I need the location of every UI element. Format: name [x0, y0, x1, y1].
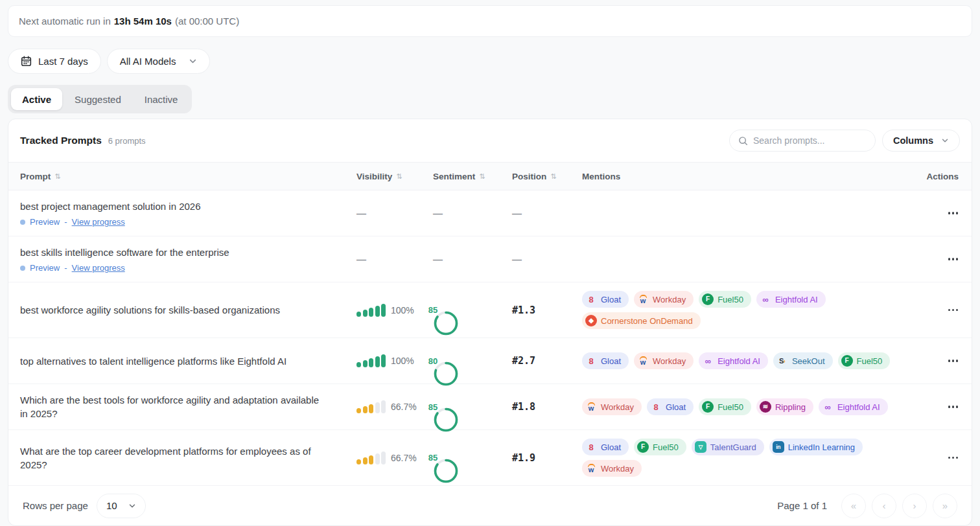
page-status: Page 1 of 1	[777, 500, 827, 511]
prompt-text: What are the top career development plat…	[20, 444, 345, 472]
previous-page-button[interactable]: ‹	[872, 494, 896, 518]
empty-value: —	[356, 253, 366, 264]
tab-inactive[interactable]: Inactive	[134, 88, 189, 110]
table-row[interactable]: best project management solution in 2026…	[8, 190, 972, 236]
mentions-cell: 8GloatwWorkday∞Eightfold AIS›SeekOutFFue…	[570, 352, 918, 369]
preview-dot-icon	[20, 220, 25, 225]
table-row[interactable]: Which are the best tools for workforce a…	[8, 384, 972, 430]
prompt-cell: best project management solution in 2026…	[8, 200, 345, 227]
page-title: Tracked Prompts	[20, 135, 102, 146]
mentions-cell: 8GloatwWorkdayFFuel50∞Eightfold AI◆Corne…	[570, 291, 918, 329]
column-header-visibility[interactable]: Visibility ⇅	[345, 172, 421, 181]
position-cell: —	[500, 207, 570, 219]
prompt-count-badge: 6 prompts	[108, 136, 146, 146]
ai-models-dropdown[interactable]: All AI Models	[107, 49, 211, 74]
prompt-text: top alternatives to talent intelligence …	[20, 354, 345, 368]
sort-icon: ⇅	[54, 172, 60, 181]
columns-dropdown[interactable]: Columns	[882, 130, 960, 152]
date-range-label: Last 7 days	[38, 56, 88, 67]
mention-chip-label: Workday	[601, 464, 634, 474]
row-actions-button[interactable]	[918, 406, 972, 407]
table-row[interactable]: best workforce agility solutions for ski…	[8, 282, 972, 338]
sort-icon: ⇅	[479, 172, 485, 181]
preview-separator: -	[64, 217, 67, 227]
mentions-cell: wWorkday8GloatFFuel50≋Rippling∞Eightfold…	[570, 398, 918, 415]
mention-chip[interactable]: 8Gloat	[647, 398, 694, 415]
mention-chip[interactable]: ≋Rippling	[756, 398, 813, 415]
table-row[interactable]: top alternatives to talent intelligence …	[8, 338, 972, 384]
mention-chip[interactable]: inLinkedIn Learning	[769, 439, 863, 455]
prompt-text: best skills intelligence software for th…	[20, 246, 345, 259]
mention-chip[interactable]: wWorkday	[582, 398, 642, 415]
visibility-bars-icon	[356, 304, 386, 317]
mention-chip[interactable]: 8Gloat	[582, 291, 629, 308]
next-page-button[interactable]: ›	[902, 494, 927, 518]
actions-cell	[918, 457, 972, 459]
view-progress-link[interactable]: View progress	[72, 217, 125, 227]
column-header-sentiment[interactable]: Sentiment ⇅	[421, 172, 500, 181]
view-progress-link[interactable]: View progress	[72, 263, 125, 273]
row-actions-button[interactable]	[918, 457, 972, 459]
mention-chip[interactable]: FFuel50	[699, 291, 751, 308]
mention-chip[interactable]: FFuel50	[634, 439, 686, 455]
visibility-percent: 100%	[391, 356, 414, 366]
visibility-percent: 66.7%	[391, 453, 417, 463]
mention-chip[interactable]: ∞Eightfold AI	[756, 291, 826, 308]
row-actions-button[interactable]	[918, 258, 972, 260]
tracked-prompts-card: Tracked Prompts 6 prompts Columns	[8, 119, 972, 526]
position-cell: —	[500, 253, 570, 265]
mention-chip-label: Eightfold AI	[718, 356, 760, 366]
sort-icon: ⇅	[396, 172, 402, 181]
preview-label: Preview	[30, 217, 60, 227]
preview-dot-icon	[20, 266, 25, 271]
mention-chip[interactable]: S›SeekOut	[773, 352, 833, 369]
mention-chip[interactable]: ∞Eightfold AI	[819, 398, 888, 415]
chevron-down-icon	[128, 502, 136, 510]
mention-chip[interactable]: wWorkday	[634, 291, 694, 308]
visibility-percent: 100%	[391, 305, 414, 315]
actions-cell	[918, 406, 972, 407]
row-actions-button[interactable]	[918, 212, 972, 214]
mention-chip[interactable]: 8Gloat	[582, 439, 629, 455]
rows-per-page-select[interactable]: 10	[97, 494, 146, 518]
tab-active[interactable]: Active	[11, 88, 62, 110]
column-header-position[interactable]: Position ⇅	[500, 172, 570, 181]
date-range-button[interactable]: Last 7 days	[8, 49, 101, 74]
mention-chip-label: Fuel50	[718, 402, 743, 412]
empty-value: —	[512, 207, 522, 218]
card-header: Tracked Prompts 6 prompts Columns	[8, 119, 972, 162]
row-actions-button[interactable]	[918, 309, 972, 311]
table-row[interactable]: best skills intelligence software for th…	[8, 236, 972, 282]
mention-chip-label: Cornerstone OnDemand	[601, 316, 693, 326]
mention-chip[interactable]: ∞Eightfold AI	[699, 352, 768, 369]
empty-value: —	[433, 207, 443, 218]
row-actions-button[interactable]	[918, 360, 972, 361]
search-box	[729, 130, 876, 152]
mention-chip[interactable]: ▽TalentGuard	[692, 439, 764, 455]
visibility-cell: 66.7%	[345, 400, 421, 413]
mention-chip[interactable]: FFuel50	[699, 398, 751, 415]
prompt-text: Which are the best tools for workforce a…	[20, 393, 345, 420]
mention-chip-label: Fuel50	[857, 356, 883, 366]
first-page-button[interactable]: «	[841, 494, 866, 518]
table-row[interactable]: What are the top career development plat…	[8, 430, 972, 486]
last-page-button[interactable]: »	[933, 494, 957, 518]
tab-suggested[interactable]: Suggested	[64, 88, 132, 110]
mention-chip-label: Workday	[653, 295, 686, 304]
eightfold-ai-logo-icon: ∞	[702, 355, 714, 367]
linkedin-learning-logo-icon: in	[773, 441, 784, 453]
next-run-prefix: Next automatic run in	[19, 16, 111, 27]
mention-chip[interactable]: FFuel50	[838, 352, 891, 369]
double-chevron-left-icon: «	[851, 500, 856, 511]
search-input[interactable]	[753, 135, 867, 146]
mention-chip[interactable]: 8Gloat	[582, 352, 629, 369]
visibility-cell: 100%	[345, 354, 421, 367]
mention-chip[interactable]: ◆Cornerstone OnDemand	[582, 312, 701, 329]
mention-chip-label: LinkedIn Learning	[788, 442, 855, 452]
mention-chip-label: TalentGuard	[710, 442, 756, 452]
position-value: #1.8	[512, 401, 535, 413]
mention-chip[interactable]: wWorkday	[634, 352, 694, 369]
column-header-prompt[interactable]: Prompt ⇅	[8, 172, 345, 181]
mention-chip[interactable]: wWorkday	[582, 460, 642, 477]
visibility-cell: —	[345, 207, 421, 219]
